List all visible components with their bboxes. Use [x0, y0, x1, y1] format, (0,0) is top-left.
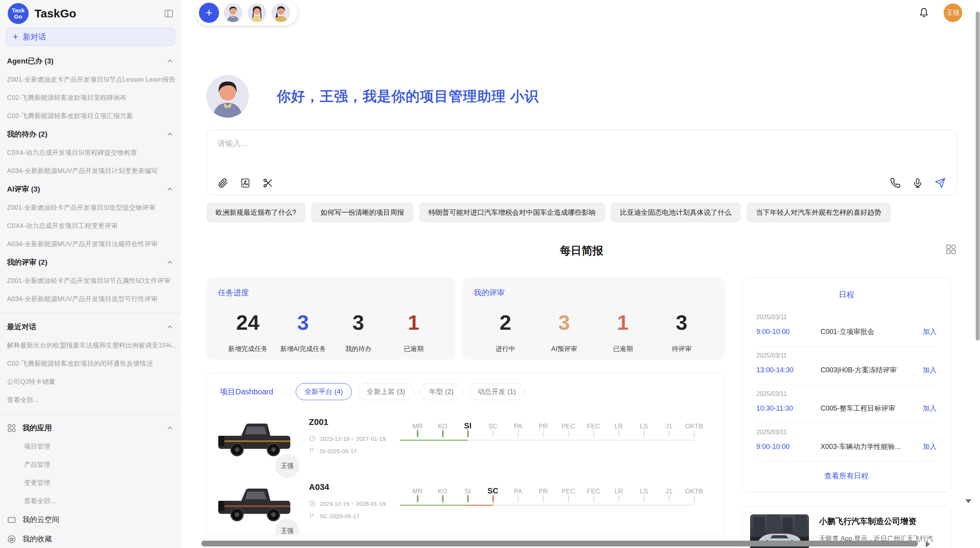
join-meeting-link[interactable]: 加入 [923, 327, 937, 336]
milestone-ko: KO [430, 416, 455, 437]
milestone-oktb: OKTB [682, 416, 707, 437]
sidebar-scroll: Agent已办 (3) Z001-全新燃油皮卡产品开发项目SI节点Lesson … [0, 52, 181, 548]
stat: 3 待评审 [652, 310, 711, 353]
list-item[interactable]: C02-飞腾新能源轻客改款项目的闭环通告反馈情况 [0, 354, 181, 373]
attachment-button[interactable] [218, 178, 228, 188]
chevron-up-icon[interactable] [166, 424, 174, 432]
project-row[interactable]: 王强 Z001 2023-12-19 ~ 2027-01-19 SI-2025-… [207, 400, 725, 465]
suggestion-chip[interactable]: 特朗普可能对进口汽车增税会对中国车企造成哪些影响 [419, 202, 605, 223]
card-title: 我的评审 [474, 288, 713, 298]
list-item[interactable]: Z001-全新燃油轻卡产品开发项目SI造型提交物评审 [0, 199, 181, 217]
scissors-button[interactable] [262, 178, 273, 188]
stat-value: 3 [652, 310, 711, 334]
logo-line-1: Task [12, 7, 24, 14]
tab-new-platform[interactable]: 全新平台 (4) [296, 383, 352, 400]
chat-input[interactable] [218, 138, 946, 178]
new-chat-button[interactable]: + 新对话 [6, 28, 175, 46]
project-dates: 2023-12-19 ~ 2026-01-19 [309, 500, 405, 507]
tab-new-body[interactable]: 全新上装 (3) [358, 383, 414, 400]
avatar[interactable] [247, 3, 267, 23]
milestone-sc: SC [480, 481, 505, 502]
schedule-time: 9:00-10:00 [756, 328, 810, 336]
image-upload-button[interactable] [240, 178, 251, 188]
app-title: TaskGo [34, 7, 163, 20]
stat-value: 24 [220, 310, 276, 334]
list-item[interactable]: C0X4-动力总成开发项目SI里程碑提交物检查 [0, 144, 181, 162]
notification-bell-icon[interactable] [918, 7, 930, 19]
list-item[interactable]: A034-全新新能源MUV产品开发项目计划变更表编写 [0, 162, 181, 180]
schedule-date: 2025/03/11 [756, 314, 937, 321]
tab-powertrain[interactable]: 动总开发 (1) [469, 383, 525, 400]
milestone-fec: FEC [581, 416, 606, 437]
suggestion-chip[interactable]: 当下年轻人对汽车外观有怎样的喜好趋势 [747, 202, 891, 223]
phone-call-button[interactable] [890, 178, 901, 188]
milestone-track: MR KO SI SC PA PR PEC FEC LR LS J1 [405, 416, 711, 465]
list-item[interactable]: Z001-全新燃油皮卡产品开发项目SI节点Lesson Learn报告 [0, 70, 181, 89]
member-pill: + [196, 0, 297, 26]
milestone-sc: SC [480, 416, 505, 437]
avatar[interactable] [223, 3, 243, 23]
clock-icon [309, 500, 316, 507]
chevron-up-icon[interactable] [166, 323, 174, 331]
sidebar-item-product-mgmt[interactable]: 产品管理 [0, 456, 181, 474]
schedule-item: 2025/03/11 10:30-11:30 C005-整车工程目标评审 加入 [756, 385, 937, 423]
view-all-chats[interactable]: 查看全部... [0, 391, 181, 409]
list-item[interactable]: 解释最新出台的欧盟报废车法规再生塑料比例被调至15%... [0, 336, 181, 354]
milestone-node [492, 430, 494, 438]
join-meeting-link[interactable]: 加入 [923, 404, 937, 413]
send-button[interactable] [935, 178, 946, 188]
sidebar-item-project-mgmt[interactable]: 项目管理 [0, 437, 181, 456]
view-all-apps[interactable]: 查看全部... [0, 492, 181, 510]
add-member-button[interactable]: + [199, 3, 219, 23]
schedule-item: 2025/03/11 9:00-10:00 C001-立项审批会 加入 [756, 308, 937, 347]
horizontal-scrollbar[interactable] [201, 541, 918, 546]
flag-label: SC-2025-05-17 [320, 513, 360, 519]
section-recent-chats: 最近对话 [0, 318, 181, 336]
vertical-scrollbar[interactable] [976, 12, 980, 341]
list-item[interactable]: A034-全新新能源MUV产品开发项目造型可行性评审 [0, 290, 181, 308]
greeting-row: 你好，王强，我是你的项目管理助理 小识 [206, 74, 957, 119]
stat: 3 AI预评审 [535, 310, 594, 353]
main-area: + 王强 你好，王强，我是你的项目管理助理 小识 [181, 0, 980, 548]
list-item[interactable]: C0X4-动力总成开发项目工程变更评审 [0, 217, 181, 235]
chevron-up-icon[interactable] [166, 258, 174, 267]
suggestion-chip[interactable]: 比亚迪全固态电池计划具体说了什么 [611, 202, 741, 223]
suggestion-chip[interactable]: 欧洲新规最近颁布了什么? [206, 202, 305, 223]
project-flag: SI-2025-05-17 [309, 447, 405, 454]
join-meeting-link[interactable]: 加入 [923, 365, 937, 375]
stat-value: 1 [386, 310, 441, 334]
user-avatar[interactable]: 王强 [944, 3, 962, 22]
schedule-date: 2025/03/11 [756, 390, 937, 397]
divider [0, 313, 181, 313]
join-meeting-link[interactable]: 加入 [923, 442, 937, 451]
section-my-review: 我的评审 (2) [0, 253, 181, 272]
microphone-button[interactable] [912, 178, 923, 188]
tab-model-year[interactable]: 年型 (2) [420, 383, 463, 400]
chevron-up-icon[interactable] [166, 185, 174, 194]
milestone-mr: MR [405, 416, 430, 437]
milestone-node [543, 430, 544, 438]
view-all-schedule-link[interactable]: 查看所有日程 [756, 462, 937, 485]
list-item[interactable]: A034-全新新能源MUV产品开发项目法规符合性评审 [0, 235, 181, 253]
list-item[interactable]: C02-飞腾新能源轻客改款项目里程碑画布 [0, 89, 181, 107]
stat-value: 2 [476, 310, 535, 334]
list-item[interactable]: 公司Q3轻卡销量 [0, 373, 181, 391]
scroll-right-arrow-icon[interactable] [926, 541, 930, 547]
scroll-down-arrow-icon[interactable] [965, 499, 971, 503]
sidebar-item-my-apps[interactable]: 我的应用 [0, 419, 181, 437]
collapse-sidebar-icon[interactable] [163, 9, 174, 19]
avatar[interactable] [271, 3, 291, 23]
list-item[interactable]: Z001-全新燃油轻卡产品开发项目SI节点属性5D文件评审 [0, 272, 181, 290]
milestone-node [568, 430, 569, 438]
stat: 24 新增完成任务 [220, 310, 276, 353]
chevron-up-icon[interactable] [166, 57, 174, 65]
sidebar-item-change-mgmt[interactable]: 变更管理 [0, 474, 181, 492]
clock-icon [309, 435, 316, 442]
milestone-node [593, 495, 595, 503]
sidebar-item-cloud-space[interactable]: 我的云空间 [0, 510, 181, 529]
sidebar-item-favorites[interactable]: 我的收藏 [0, 529, 181, 548]
suggestion-chip[interactable]: 如何写一份清晰的项目周报 [311, 202, 413, 223]
layout-grid-icon[interactable] [945, 243, 957, 255]
chevron-up-icon[interactable] [166, 130, 174, 139]
list-item[interactable]: C02-飞腾新能源轻客改款项目立项汇报方案 [0, 107, 181, 125]
